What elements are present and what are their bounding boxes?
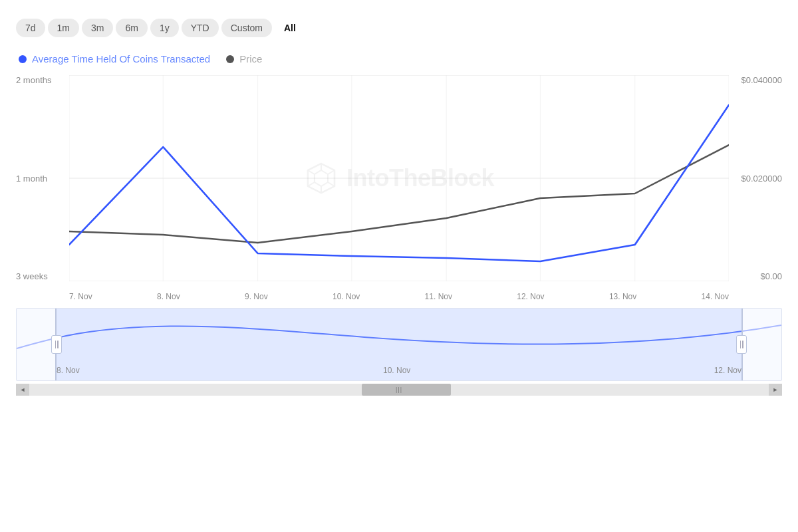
navigator-handle-right[interactable] [736,335,747,354]
btn-7d[interactable]: 7d [16,19,45,37]
main-container: 7d 1m 3m 6m 1y YTD Custom All Average Ti… [0,0,798,532]
navigator-handle-left[interactable] [51,335,62,354]
navigator-x-labels: 8. Nov 10. Nov 12. Nov [57,366,741,375]
legend-label-series2: Price [239,53,262,65]
x-label-2: 9. Nov [245,292,268,301]
legend-item-series1: Average Time Held Of Coins Transacted [19,53,210,65]
navigator-svg [17,312,781,365]
x-label-5: 12. Nov [517,292,544,301]
btn-all[interactable]: All [275,19,305,37]
btn-1y[interactable]: 1y [150,19,179,37]
x-label-4: 11. Nov [425,292,452,301]
chart-legend: Average Time Held Of Coins Transacted Pr… [19,53,782,65]
chart-svg [69,75,729,281]
nav-x-label-0: 8. Nov [57,366,80,375]
x-label-6: 13. Nov [609,292,636,301]
y-label-bot: 3 weeks [16,271,48,281]
btn-1m[interactable]: 1m [48,19,79,37]
scrollbar-left-arrow[interactable]: ◄ [16,384,29,396]
scrollbar-thumb[interactable] [362,384,450,396]
chart-area: 2 months 1 month 3 weeks $0.040000 $0.02… [16,75,782,301]
scrollbar[interactable]: ◄ ||| ► [16,384,782,396]
avg-time-line [69,105,729,261]
y-label-top: 2 months [16,75,51,85]
scrollbar-track[interactable]: ||| [29,384,769,396]
legend-label-series1: Average Time Held Of Coins Transacted [32,53,210,65]
legend-dot-dark [226,55,234,63]
btn-3m[interactable]: 3m [82,19,113,37]
scrollbar-center-mark: ||| [396,386,402,393]
scrollbar-right-arrow[interactable]: ► [769,384,782,396]
y-right-label-top: $0.040000 [741,75,782,85]
y-axis-right: $0.040000 $0.020000 $0.00 [729,75,782,281]
btn-6m[interactable]: 6m [116,19,147,37]
x-label-7: 14. Nov [702,292,729,301]
time-range-bar: 7d 1m 3m 6m 1y YTD Custom All [16,19,782,37]
x-axis: 7. Nov 8. Nov 9. Nov 10. Nov 11. Nov 12.… [69,283,729,301]
btn-custom[interactable]: Custom [221,19,272,37]
y-label-mid: 1 month [16,174,47,184]
nav-x-label-1: 10. Nov [383,366,410,375]
y-right-label-bot: $0.00 [760,271,782,281]
navigator-mask-left [17,309,57,380]
y-axis-left: 2 months 1 month 3 weeks [16,75,69,281]
chart-svg-container: IntoTheBlock [69,75,729,281]
navigator-mask-right [741,309,781,380]
y-right-label-mid: $0.020000 [741,174,782,184]
nav-x-label-2: 12. Nov [714,366,741,375]
legend-dot-blue [19,55,27,63]
x-label-1: 8. Nov [157,292,180,301]
x-label-0: 7. Nov [69,292,92,301]
btn-ytd[interactable]: YTD [182,19,219,37]
price-line [69,145,729,243]
x-label-3: 10. Nov [332,292,360,301]
navigator[interactable]: 8. Nov 10. Nov 12. Nov [16,308,782,381]
legend-item-series2: Price [226,53,262,65]
